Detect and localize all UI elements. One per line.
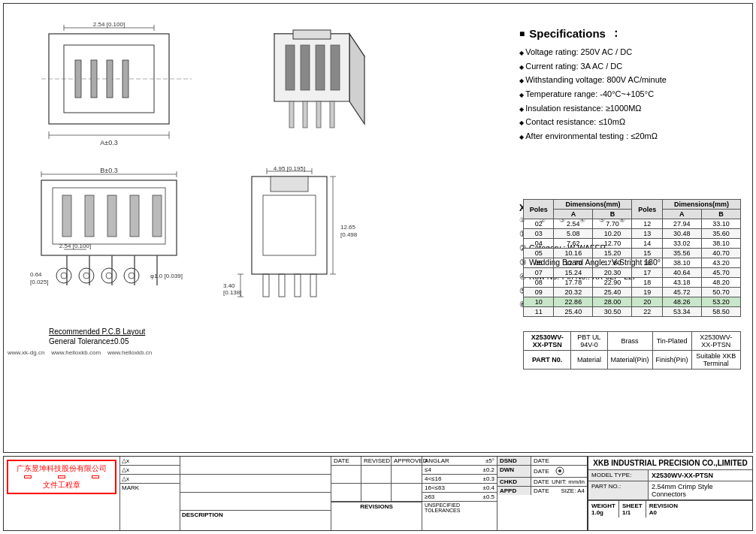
- specifications-panel: Specifications： Voltage rating: 250V AC …: [519, 26, 737, 143]
- svg-text:B±0.3: B±0.3: [100, 167, 117, 174]
- desc-row-2: [180, 475, 331, 493]
- svg-rect-9: [107, 60, 113, 98]
- pcb-layout-label: Recommended P.C.B Layout: [49, 327, 145, 336]
- date-header-row: DATE REVISED APPROVED: [331, 457, 422, 466]
- stamp-boxes: [11, 475, 113, 478]
- date-row-1: [331, 466, 422, 484]
- spec-item-6: Contact resistance: ≤10mΩ: [519, 115, 737, 129]
- dim-table-row: 0817.7822.901843.1848.20: [524, 278, 741, 288]
- dim-header-dims1: Dimensions(mm): [554, 200, 632, 210]
- mat-suitable: Suitable XKB Terminal: [691, 351, 740, 370]
- svg-rect-50: [271, 176, 308, 192]
- desc-row-3: [180, 493, 331, 511]
- spec-item-2: Current rating: 3A AC / DC: [519, 59, 737, 74]
- appd-content: DATE SIZE: A4: [531, 487, 587, 495]
- svg-text:12.65: 12.65: [340, 224, 356, 231]
- spec-item-4: Temperature range: -40°C~+105°C: [519, 87, 737, 101]
- svg-rect-7: [75, 60, 81, 98]
- desc-label: DESCRIPTION: [180, 511, 331, 519]
- title-block-mid: △x △x △x MARK DES: [120, 457, 497, 530]
- dim-header-poles1: Poles: [524, 200, 554, 219]
- dim-col-a2: A: [662, 210, 701, 219]
- main-container: 2.54 [0.100] A±0.3: [0, 0, 756, 534]
- svg-text:[0.498]: [0.498]: [340, 231, 357, 238]
- svg-point-78: [558, 469, 561, 472]
- svg-rect-18: [286, 45, 295, 90]
- part-no-row: PART NO.: 2.54mm Crimp Style Connectors: [588, 481, 752, 500]
- spec-item-5: Insulation resistance: ≥1000MΩ: [519, 101, 737, 116]
- date-cols: DATE REVISED APPROVED: [331, 457, 422, 530]
- delta-row-2: △x: [120, 466, 180, 475]
- sheet-label: SHEET 1/1: [619, 501, 646, 517]
- svg-rect-22: [293, 30, 331, 39]
- mat-tin: Tin-Plated: [652, 332, 691, 351]
- model-type-row: MODEL TYPE: X2530WV-XX-PTSN: [588, 470, 752, 481]
- appd-row: APPD DATE SIZE: A4: [497, 487, 587, 495]
- top-right-drawing: [229, 11, 380, 161]
- delta-row-4: MARK: [120, 484, 180, 492]
- top-left-drawing: 2.54 [0.100] A±0.3: [26, 19, 192, 154]
- dwn-row: DWN DATE: [497, 466, 587, 478]
- dimensions-table: Poles Dimensions(mm) Poles Dimensions(mm…: [523, 199, 741, 317]
- weight-label: WEIGHT 1.0g: [588, 501, 619, 517]
- desc-row-1: [180, 457, 331, 475]
- delta-row-3: △x: [120, 475, 180, 484]
- anglar-header: ANGLAR ±5°: [422, 457, 497, 466]
- mat-partno-label: PART N0.: [524, 351, 571, 370]
- spec-item-3: Withstanding voltage: 800V AC/minute: [519, 73, 737, 87]
- view-indicator: [552, 466, 567, 476]
- chkd-row: CHKD DATE UNIT: mm/in: [497, 478, 587, 487]
- material-table: X2530WV-XX-PTSN PBT UL 94V-0 Brass Tin-P…: [523, 331, 741, 370]
- specs-list: Voltage rating: 250V AC / DC Current rat…: [519, 45, 737, 143]
- svg-point-70: [101, 268, 116, 283]
- tol-row-4: ≥63 ±0.5: [422, 493, 497, 502]
- dimensions-table-container: Poles Dimensions(mm) Poles Dimensions(mm…: [523, 199, 741, 317]
- svg-rect-51: [263, 195, 316, 255]
- svg-point-72: [124, 268, 139, 283]
- spec-item-7: After environmental testing : ≤20mΩ: [519, 129, 737, 143]
- mat-finish-pin: Finish(Pin): [652, 351, 691, 370]
- svg-rect-57: [263, 274, 269, 297]
- svg-point-69: [83, 273, 89, 279]
- dim-table-row: 0612.7017.801638.1043.20: [524, 258, 741, 268]
- tol-row-2: 4<≤16 ±0.3: [422, 475, 497, 484]
- drawing-area: 2.54 [0.100] A±0.3: [3, 3, 753, 453]
- approval-block: DSND DATE DWN DATE CHKD: [497, 457, 587, 530]
- svg-rect-23: [289, 101, 294, 128]
- svg-text:φ1.0 [0.039]: φ1.0 [0.039]: [150, 273, 183, 279]
- svg-point-67: [61, 273, 67, 279]
- dim-table-row: 1022.8628.002048.2653.20: [524, 297, 741, 307]
- specs-title: Specifications：: [519, 26, 737, 41]
- date-row-2: [331, 484, 422, 502]
- spec-item-1: Voltage rating: 250V AC / DC: [519, 45, 737, 59]
- dim-table-body: 022.547.701227.9433.10035.0810.201330.48…: [524, 219, 741, 317]
- stamp-box3: [92, 475, 99, 478]
- revisions-header: REVISIONS: [331, 502, 422, 515]
- model-info-panel: XKB INDUSTRIAL PRECISION CO.,LIMITED MOD…: [587, 457, 752, 530]
- svg-rect-59: [295, 274, 301, 297]
- delta-row-1: △x: [120, 457, 180, 466]
- title-block-left: 广东昱坤科技股份有限公司 文件工程章: [4, 457, 120, 530]
- svg-point-73: [129, 273, 135, 279]
- tol-row-1: ≤4 ±0.2: [422, 466, 497, 475]
- dim-table-row: 0510.1615.201535.5640.70: [524, 249, 741, 258]
- stamp-box1: [24, 475, 32, 478]
- dim-header-dims2: Dimensions(mm): [662, 200, 740, 210]
- svg-rect-25: [316, 101, 321, 128]
- svg-rect-60: [310, 274, 316, 297]
- company-stamp: 广东昱坤科技股份有限公司 文件工程章: [7, 460, 116, 494]
- svg-text:4.95 [0.195]: 4.95 [0.195]: [274, 165, 305, 172]
- dim-table-row: 022.547.701227.9433.10: [524, 219, 741, 229]
- dim-col-b2: B: [701, 210, 740, 219]
- unspecified-tol: UNSPECIFIED TOLERANCES: [422, 502, 497, 514]
- svg-text:A±0.3: A±0.3: [100, 139, 117, 146]
- stamp-box2: [58, 475, 65, 478]
- anglar-block: ANGLAR ±5° ≤4 ±0.2 4<≤16 ±0.3 16<≤63 ±0.…: [422, 457, 497, 530]
- svg-rect-37: [153, 195, 162, 237]
- mat-part-value: X2530WV-XX-PTSN: [691, 332, 740, 351]
- svg-rect-20: [316, 45, 325, 90]
- pcb-layout-drawing: 2.54 [0.100] φ1.0 [0.039]: [41, 238, 192, 313]
- svg-rect-36: [130, 195, 139, 237]
- svg-point-66: [56, 268, 71, 283]
- tolerance-label: General Tolerance±0.05: [49, 337, 129, 345]
